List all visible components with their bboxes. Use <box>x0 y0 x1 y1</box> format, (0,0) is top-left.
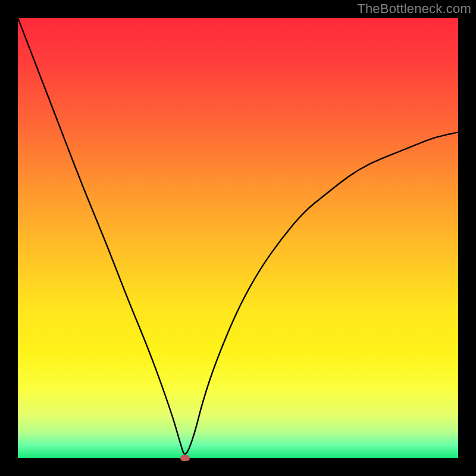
optimal-point-marker <box>180 455 190 461</box>
bottleneck-curve <box>18 18 458 458</box>
plot-area <box>18 18 458 458</box>
attribution-text: TheBottleneck.com <box>357 1 471 17</box>
chart-frame: TheBottleneck.com <box>0 0 476 476</box>
